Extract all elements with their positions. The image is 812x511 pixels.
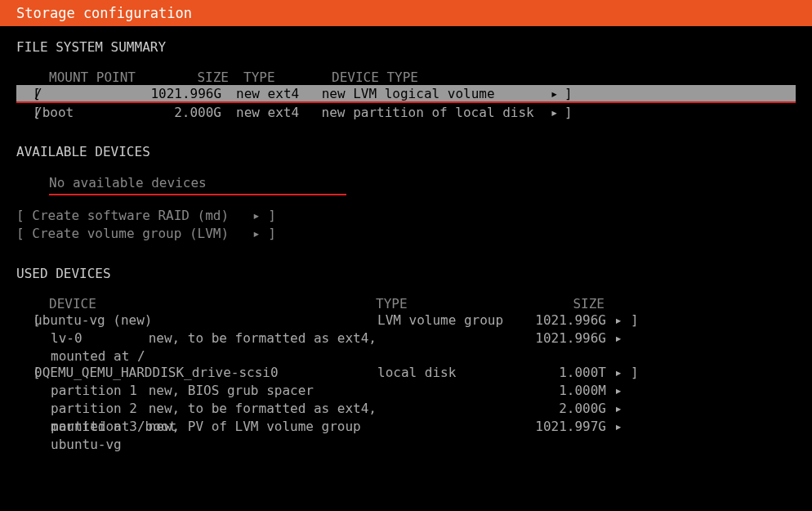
- used-device-qemu-disk[interactable]: [ 0QEMU_QEMU_HARDDISK_drive-scsi0 local …: [16, 364, 796, 382]
- device-size: 1021.996G: [516, 312, 606, 329]
- chevron-right-icon: ▸: [606, 418, 631, 436]
- create-lvm-label: Create volume group (LVM): [32, 225, 244, 243]
- bracket-left-icon: [: [16, 86, 34, 101]
- fs-row-boot[interactable]: [ /boot 2.000G new ext4 new partition of…: [16, 103, 796, 121]
- fs-dtype: new LVM logical volume: [322, 86, 551, 101]
- child-desc: new, BIOS grub spacer: [149, 383, 314, 398]
- used-devices-heading: USED DEVICES: [16, 266, 796, 281]
- chevron-right-icon: ▸: [606, 329, 631, 347]
- device-type: local disk: [377, 364, 516, 382]
- fs-mount: /: [34, 86, 150, 101]
- fs-type: new ext4: [236, 105, 307, 120]
- child-size: 2.000G: [516, 400, 606, 418]
- child-size: 1.000M: [516, 382, 606, 400]
- page-title: Storage configuration: [16, 5, 192, 21]
- bracket-left-icon: [: [16, 105, 34, 120]
- chevron-right-icon: ▸: [606, 400, 631, 418]
- fs-summary-table: MOUNT POINT SIZE TYPE DEVICE TYPE [ / 10…: [16, 69, 796, 121]
- col-device-type: DEVICE TYPE: [332, 69, 418, 85]
- fs-mount: /boot: [34, 105, 150, 120]
- device-type: LVM volume group: [377, 312, 516, 329]
- used-device-partition2[interactable]: partition 2 new, to be formatted as ext4…: [16, 400, 796, 418]
- bracket-right-icon: ]: [268, 226, 276, 241]
- chevron-right-icon: ▸: [551, 105, 559, 120]
- chevron-right-icon: ▸: [252, 226, 261, 241]
- child-type: [377, 418, 516, 436]
- device-size: 1.000T: [516, 364, 606, 382]
- bracket-right-icon: ]: [268, 208, 276, 223]
- child-name: lv-0: [51, 329, 141, 347]
- child-name: partition 3: [51, 418, 141, 436]
- fs-type: new ext4: [236, 86, 307, 101]
- no-available-devices: No available devices: [49, 174, 346, 195]
- fs-size: 2.000G: [150, 105, 221, 120]
- create-raid-button[interactable]: [ Create software RAID (md) ▸ ]: [16, 207, 796, 225]
- create-lvm-button[interactable]: [ Create volume group (LVM) ▸ ]: [16, 225, 796, 243]
- fs-summary-header-row: MOUNT POINT SIZE TYPE DEVICE TYPE: [16, 69, 796, 85]
- chevron-right-icon: ▸: [606, 312, 631, 329]
- bracket-left-icon: [: [16, 312, 34, 329]
- bracket-right-icon: ]: [631, 312, 649, 329]
- fs-size: 1021.996G: [150, 86, 221, 101]
- child-size: 1021.996G: [516, 329, 606, 347]
- col-type: TYPE: [376, 296, 515, 312]
- col-device: DEVICE: [49, 296, 376, 312]
- bracket-left-icon: [: [16, 364, 34, 382]
- chevron-right-icon: ▸: [606, 364, 631, 382]
- child-size: 1021.997G: [516, 418, 606, 436]
- col-size: SIZE: [515, 296, 605, 312]
- child-type: [377, 382, 516, 400]
- col-size: SIZE: [155, 69, 229, 85]
- child-name: partition 1: [51, 382, 141, 400]
- bracket-right-icon: ]: [558, 86, 575, 101]
- chevron-right-icon: ▸: [551, 86, 559, 101]
- bracket-left-icon: [: [16, 226, 25, 241]
- child-name: partition 2: [51, 400, 141, 418]
- col-type: TYPE: [243, 69, 317, 85]
- fs-summary-heading: FILE SYSTEM SUMMARY: [16, 39, 796, 55]
- create-raid-label: Create software RAID (md): [32, 207, 244, 225]
- available-devices-heading: AVAILABLE DEVICES: [16, 144, 796, 159]
- bracket-right-icon: ]: [631, 364, 649, 382]
- device-name: 0QEMU_QEMU_HARDDISK_drive-scsi0: [34, 364, 377, 382]
- col-mount-point: MOUNT POINT: [49, 69, 155, 85]
- title-bar: Storage configuration: [0, 0, 812, 26]
- used-device-partition1[interactable]: partition 1 new, BIOS grub spacer 1.000M…: [16, 382, 796, 400]
- child-type: [377, 329, 516, 347]
- child-type: [377, 400, 516, 418]
- chevron-right-icon: ▸: [606, 382, 631, 400]
- main-content: FILE SYSTEM SUMMARY MOUNT POINT SIZE TYP…: [0, 26, 812, 449]
- used-device-partition3[interactable]: partition 3 new, PV of LVM volume group …: [16, 418, 796, 436]
- device-name: ubuntu-vg (new): [34, 312, 377, 329]
- used-devices-header-row: DEVICE TYPE SIZE: [16, 296, 796, 312]
- fs-row-root[interactable]: [ / 1021.996G new ext4 new LVM logical v…: [16, 85, 796, 103]
- fs-dtype: new partition of local disk: [322, 105, 551, 120]
- used-device-ubuntu-vg[interactable]: [ ubuntu-vg (new) LVM volume group 1021.…: [16, 312, 796, 329]
- bracket-left-icon: [: [16, 208, 25, 223]
- chevron-right-icon: ▸: [252, 208, 261, 223]
- bracket-right-icon: ]: [558, 105, 575, 120]
- used-device-lv0[interactable]: lv-0 new, to be formatted as ext4, mount…: [16, 329, 796, 347]
